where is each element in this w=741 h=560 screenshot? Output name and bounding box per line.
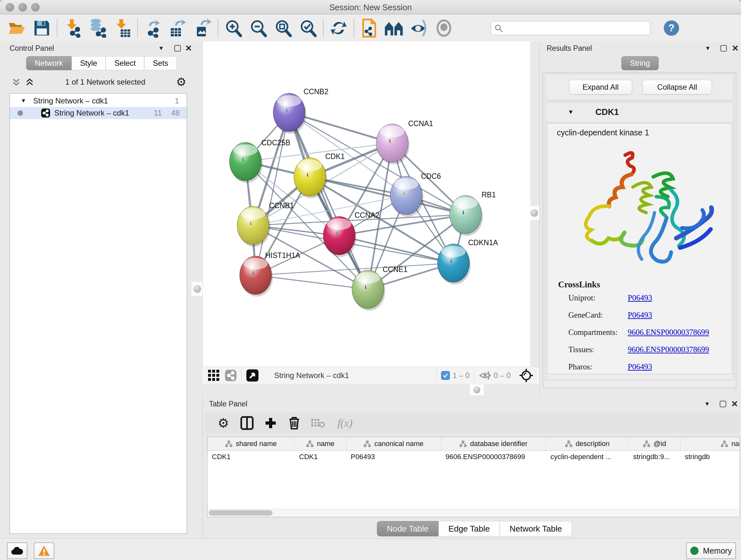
panel-close-icon[interactable]: ✕ [185,44,192,52]
zoom-out-button[interactable] [246,17,271,39]
column-header-at-id[interactable]: @id [629,437,680,450]
zoom-fit-button[interactable] [271,17,295,39]
group-nodes-button[interactable] [382,17,407,39]
network-graph[interactable]: CCNB2CCNA1CDC25BCDK1CDC6RB1CCNB1CCNA2CDK… [203,42,531,367]
network-canvas[interactable]: CCNB2CCNA1CDC25BCDK1CDC6RB1CCNB1CCNA2CDK… [202,42,531,367]
window-title: Session: New Session [0,3,741,12]
delete-column-button[interactable] [282,416,306,430]
table-row[interactable]: CDK1CDK1P064939606.ENSP00000378699cyclin… [207,451,740,463]
horizontal-splitter-handle[interactable] [470,384,484,395]
table-cell: stringdb [680,451,740,463]
column-header-description[interactable]: description [546,437,629,450]
grid-view-icon[interactable] [207,369,220,382]
expand-all-icon[interactable] [25,77,35,87]
zoom-selected-button[interactable] [295,17,320,39]
crosslink-link[interactable]: P06493 [628,294,652,302]
column-type-icon [459,440,467,447]
search-input[interactable] [502,23,647,33]
column-header-name[interactable]: name [294,437,346,450]
hidden-count-badge: 0 – 0 [494,371,511,380]
table-header-row: shared namenamecanonical namedatabase id… [207,437,740,451]
panel-float-icon[interactable]: ▢ [719,399,727,408]
tab-sets[interactable]: Sets [144,56,177,70]
open-session-button[interactable] [4,17,29,39]
network-node-cdkn1a[interactable]: CDKN1A [437,239,498,285]
tree-expander-icon[interactable]: ▼ [21,98,26,104]
refresh-layout-button[interactable] [326,17,351,39]
network-node-ccnb2[interactable]: CCNB2 [273,87,328,134]
selected-nodes-checkbox[interactable] [441,371,450,380]
birdseye-icon[interactable] [246,369,259,382]
show-all-button[interactable] [431,17,456,39]
panel-menu-arrow-icon[interactable]: ▼ [704,401,710,407]
cloud-button[interactable] [7,543,27,559]
import-network-database-button[interactable] [85,17,110,39]
cdk1-section-header[interactable]: ▼ CDK1 [545,102,734,122]
network-edge[interactable] [289,112,368,289]
tab-node-table[interactable]: Node Table [377,521,439,537]
export-network-button[interactable] [140,17,165,39]
left-splitter-handle[interactable] [192,282,203,296]
column-header-database-identifier[interactable]: database identifier [441,437,546,450]
crosslink-link[interactable]: P06493 [628,362,652,371]
network-node-cdc6[interactable]: CDC6 [390,172,441,217]
scrollbar-thumb[interactable] [209,510,273,516]
panel-menu-arrow-icon[interactable]: ▼ [158,45,164,51]
save-session-button[interactable] [29,17,54,39]
import-table-file-button[interactable] [110,17,135,39]
tab-select[interactable]: Select [106,56,144,70]
string-document-button[interactable] [357,17,382,39]
expand-all-button[interactable]: Expand All [569,80,632,95]
network-options-gear-icon[interactable]: ⚙ [176,76,186,88]
network-edge[interactable] [256,112,289,275]
column-header-canonical-name[interactable]: canonical name [346,437,441,450]
table-settings-button[interactable]: ⚙ [212,417,235,429]
table-horizontal-scrollbar[interactable] [207,509,740,517]
tab-string[interactable]: String [621,56,659,70]
global-search-field[interactable] [491,21,650,35]
fit-selected-crosshair-icon[interactable] [519,368,534,383]
crosslink-link[interactable]: 9606.ENSP00000378699 [628,328,709,337]
panel-close-icon[interactable]: ✕ [732,44,739,52]
show-columns-button[interactable] [235,416,259,430]
network-list-icon[interactable] [225,369,237,381]
network-row[interactable]: String Network – cdk1 11 48 [10,107,187,119]
right-splitter-handle[interactable] [529,206,540,220]
hide-selected-button[interactable] [407,17,431,39]
help-button[interactable]: ? [664,20,679,36]
section-expander-icon[interactable]: ▼ [568,109,574,116]
import-network-file-button[interactable] [60,17,85,39]
network-collection-row[interactable]: ▼ String Network – cdk1 1 [10,95,187,107]
memory-button[interactable]: Memory [686,543,736,559]
panel-close-icon[interactable]: ✕ [731,400,738,408]
network-node-ccna1[interactable]: CCNA1 [376,119,433,165]
crosslink-link[interactable]: P06493 [628,311,652,320]
collapse-all-icon[interactable] [11,77,21,87]
network-node-hist1h1a[interactable]: HIST1H1A [240,251,300,297]
network-node-rb1[interactable]: RB1 [450,191,496,236]
add-column-button[interactable] [259,417,282,429]
network-selector-bar: 1 of 1 Network selected ⚙ [11,75,186,89]
tab-style[interactable]: Style [71,56,106,70]
panel-float-icon[interactable]: ▢ [720,44,728,52]
delete-table-button[interactable] [306,418,330,428]
export-image-button[interactable] [190,17,215,39]
collapse-all-button[interactable]: Collapse All [643,80,712,95]
tab-network-table[interactable]: Network Table [500,521,572,537]
warnings-button[interactable] [34,543,54,559]
column-header-namespace[interactable]: namespace [680,437,740,450]
tab-network[interactable]: Network [26,56,71,70]
hidden-eye-slash-icon[interactable] [479,371,491,380]
function-builder-button[interactable]: f(x) [330,417,360,429]
control-panel: Control Panel ▼ ▢ ✕ NetworkStyleSelectSe… [3,42,192,537]
network-node-ccne1[interactable]: CCNE1 [352,265,408,311]
left-splitter[interactable] [192,42,202,384]
export-table-button[interactable] [165,17,190,39]
right-splitter[interactable] [530,42,539,367]
crosslink-link[interactable]: 9606.ENSP00000378699 [628,345,709,354]
zoom-in-button[interactable] [221,17,246,39]
panel-menu-arrow-icon[interactable]: ▼ [705,45,711,51]
panel-float-icon[interactable]: ▢ [174,44,182,52]
column-header-shared-name[interactable]: shared name [207,437,294,450]
tab-edge-table[interactable]: Edge Table [439,521,500,537]
